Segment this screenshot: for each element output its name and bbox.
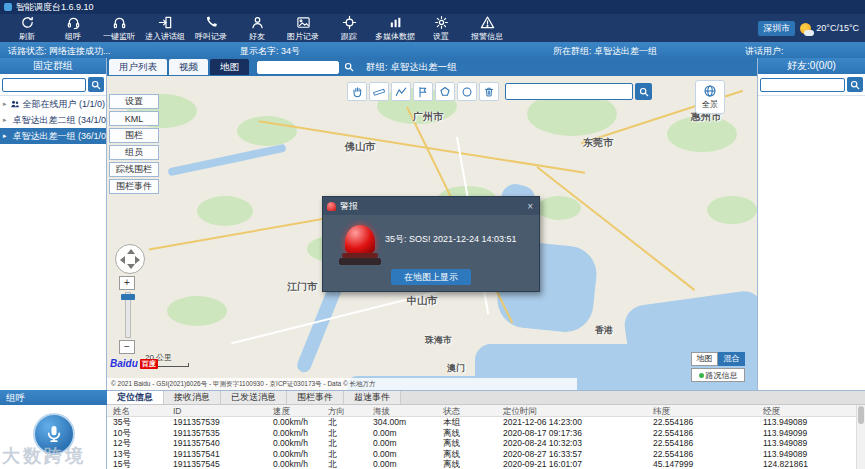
friends-search-button[interactable] xyxy=(847,77,863,92)
polygon-tool-button[interactable] xyxy=(435,82,455,101)
multimedia-button[interactable]: 多媒体数据 xyxy=(372,14,418,42)
table-row[interactable]: 13号 1911357541 0.00km/h 北 0.00m 离线 2020-… xyxy=(107,449,865,460)
column-header[interactable]: 海拔 xyxy=(367,405,437,416)
tab-overspeed-events[interactable]: 超速事件 xyxy=(344,391,401,404)
fixed-groups-search-input[interactable] xyxy=(2,78,86,92)
flag-icon xyxy=(417,86,429,98)
tab-fence-events[interactable]: 围栏事件 xyxy=(287,391,344,404)
table-row[interactable]: 15号 1911357545 0.00km/h 北 0.00m 离线 2020-… xyxy=(107,459,865,469)
map-menu-settings[interactable]: 设置 xyxy=(109,94,159,109)
table-cell: 本组 xyxy=(437,417,497,428)
tree-item-group-1[interactable]: ▸ 卓智达出差一组 (36/1/0) xyxy=(0,128,106,144)
map-park-area xyxy=(167,296,227,326)
city-selector[interactable]: 深圳市 xyxy=(758,21,795,36)
group-tree: ▸ 全部在线用户 (1/1/0) ▸ 卓智达出差二组 (34/1/0) ▸ 卓智… xyxy=(0,96,106,144)
picture-records-button[interactable]: 图片记录 xyxy=(280,14,326,42)
table-row[interactable]: 12号 1911357540 0.00km/h 北 0.00m 离线 2020-… xyxy=(107,438,865,449)
column-header[interactable]: 方向 xyxy=(322,405,367,416)
expand-arrow-icon[interactable]: ▸ xyxy=(3,132,7,140)
table-row[interactable]: 10号 1911357535 0.00km/h 北 0.00m 离线 2020-… xyxy=(107,428,865,439)
siren-mini-icon xyxy=(327,202,336,211)
measure-tool-button[interactable] xyxy=(369,82,389,101)
map-place-search-input[interactable] xyxy=(505,83,633,100)
table-cell: 22.554186 xyxy=(647,438,757,449)
mark-tool-button[interactable] xyxy=(413,82,433,101)
panorama-button[interactable]: 全景 xyxy=(695,80,725,114)
map-place-search-button[interactable] xyxy=(635,83,652,100)
alarm-info-button[interactable]: 报警信息 xyxy=(464,14,510,42)
table-scrollbar[interactable] xyxy=(856,405,865,469)
map-label-city: 佛山市 xyxy=(345,140,375,154)
fixed-groups-search-button[interactable] xyxy=(88,77,104,92)
table-row[interactable]: 35号 1911357539 0.00km/h 北 304.00m 本组 202… xyxy=(107,417,865,428)
one-key-monitor-button[interactable]: 一键监听 xyxy=(96,14,142,42)
map-canvas[interactable]: 广州市 惠州市 佛山市 东莞市 江门市 中山市 珠海市 澳门 香港 设置 KML… xyxy=(107,76,757,390)
call-records-button[interactable]: 呼叫记录 xyxy=(188,14,234,42)
pan-right-icon[interactable] xyxy=(135,256,140,264)
zoom-out-button[interactable]: − xyxy=(119,340,135,354)
table-cell: 2020-08-27 16:33:57 xyxy=(497,449,647,460)
tab-location-info[interactable]: 定位信息 xyxy=(107,391,164,404)
table-scrollbar-thumb[interactable] xyxy=(858,406,864,424)
layer-hybrid-button[interactable]: 混合 xyxy=(718,352,745,366)
column-header[interactable]: 状态 xyxy=(437,405,497,416)
table-cell: 1911357539 xyxy=(167,417,267,428)
column-header[interactable]: 定位时间 xyxy=(497,405,647,416)
table-cell: 22.554186 xyxy=(647,417,757,428)
pan-up-icon[interactable] xyxy=(127,249,135,254)
column-header[interactable]: 经度 xyxy=(757,405,856,416)
show-on-map-button[interactable]: 在地图上显示 xyxy=(391,269,471,285)
map-user-search-input[interactable] xyxy=(257,61,339,74)
status-bar: 话路状态: 网络连接成功... 显示名字: 34号 所在群组: 卓智达出差一组 … xyxy=(0,42,865,58)
pan-tool-button[interactable] xyxy=(347,82,367,101)
panorama-label: 全景 xyxy=(702,99,718,110)
headset-icon xyxy=(66,15,81,30)
polyline-tool-button[interactable] xyxy=(391,82,411,101)
tab-received-messages[interactable]: 接收消息 xyxy=(164,391,221,404)
expand-arrow-icon[interactable]: ▸ xyxy=(3,116,7,124)
map-menu-fence[interactable]: 围栏 xyxy=(109,128,159,143)
map-menu-trackline-fence[interactable]: 踪线围栏 xyxy=(109,162,159,177)
ruler-icon xyxy=(373,86,385,98)
tab-video[interactable]: 视频 xyxy=(169,59,208,75)
tab-sent-messages[interactable]: 已发送消息 xyxy=(221,391,287,404)
column-header[interactable]: 姓名 xyxy=(107,405,167,416)
column-header[interactable]: 速度 xyxy=(267,405,322,416)
search-icon xyxy=(639,87,649,97)
tab-user-list[interactable]: 用户列表 xyxy=(109,59,167,75)
tab-map[interactable]: 地图 xyxy=(210,59,249,75)
table-cell: 1911357535 xyxy=(167,428,267,439)
toolbar-button-label: 呼叫记录 xyxy=(195,31,227,42)
tree-item-all-online-users[interactable]: ▸ 全部在线用户 (1/1/0) xyxy=(0,96,106,112)
clear-tool-button[interactable] xyxy=(479,82,499,101)
map-pan-control[interactable] xyxy=(115,244,145,274)
layer-map-button[interactable]: 地图 xyxy=(691,352,718,366)
zoom-in-button[interactable]: + xyxy=(119,276,135,290)
push-to-talk-button[interactable] xyxy=(33,413,75,455)
refresh-button[interactable]: 刷新 xyxy=(4,14,50,42)
group-call-button[interactable]: 组呼 xyxy=(50,14,96,42)
settings-button[interactable]: 设置 xyxy=(418,14,464,42)
friends-button[interactable]: 好友 xyxy=(234,14,280,42)
table-cell: 离线 xyxy=(437,428,497,439)
friends-search-input[interactable] xyxy=(760,78,845,92)
pan-left-icon[interactable] xyxy=(120,256,125,264)
hand-icon xyxy=(351,86,363,98)
traffic-info-button[interactable]: 路况信息 xyxy=(691,368,745,382)
map-menu-kml[interactable]: KML xyxy=(109,111,159,126)
enter-talkgroup-button[interactable]: 进入讲话组 xyxy=(142,14,188,42)
map-menu-members[interactable]: 组员 xyxy=(109,145,159,160)
map-menu-fence-events[interactable]: 围栏事件 xyxy=(109,179,159,194)
close-icon[interactable]: × xyxy=(525,201,535,212)
alarm-dialog-titlebar[interactable]: 警报 × xyxy=(323,197,539,215)
expand-arrow-icon[interactable]: ▸ xyxy=(3,100,7,108)
tree-item-group-2[interactable]: ▸ 卓智达出差二组 (34/1/0) xyxy=(0,112,106,128)
zoom-slider-thumb[interactable] xyxy=(121,294,135,300)
pan-down-icon[interactable] xyxy=(127,264,135,269)
column-header[interactable]: ID xyxy=(167,405,267,416)
map-user-search-button[interactable] xyxy=(341,60,356,74)
tracking-button[interactable]: 跟踪 xyxy=(326,14,372,42)
circle-tool-button[interactable] xyxy=(457,82,477,101)
map-label-city: 广州市 xyxy=(413,110,443,124)
column-header[interactable]: 纬度 xyxy=(647,405,757,416)
